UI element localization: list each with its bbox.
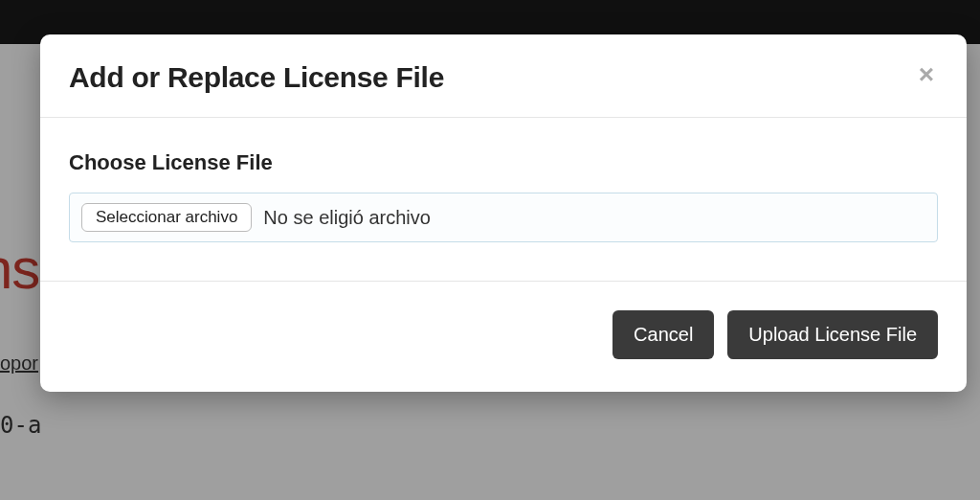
modal-title: Add or Replace License File — [69, 61, 444, 94]
file-field-label: Choose License File — [69, 150, 938, 175]
file-selection-status: No se eligió archivo — [263, 207, 431, 229]
file-input-container[interactable]: Seleccionar archivo No se eligió archivo — [69, 193, 938, 242]
choose-file-button[interactable]: Seleccionar archivo — [81, 203, 252, 232]
modal-body: Choose License File Seleccionar archivo … — [40, 118, 967, 282]
cancel-button[interactable]: Cancel — [612, 310, 714, 359]
modal-footer: Cancel Upload License File — [40, 282, 967, 392]
license-modal: Add or Replace License File × Choose Lic… — [40, 34, 967, 392]
modal-header: Add or Replace License File × — [40, 34, 967, 118]
upload-license-button[interactable]: Upload License File — [727, 310, 938, 359]
close-icon[interactable]: × — [915, 61, 938, 88]
